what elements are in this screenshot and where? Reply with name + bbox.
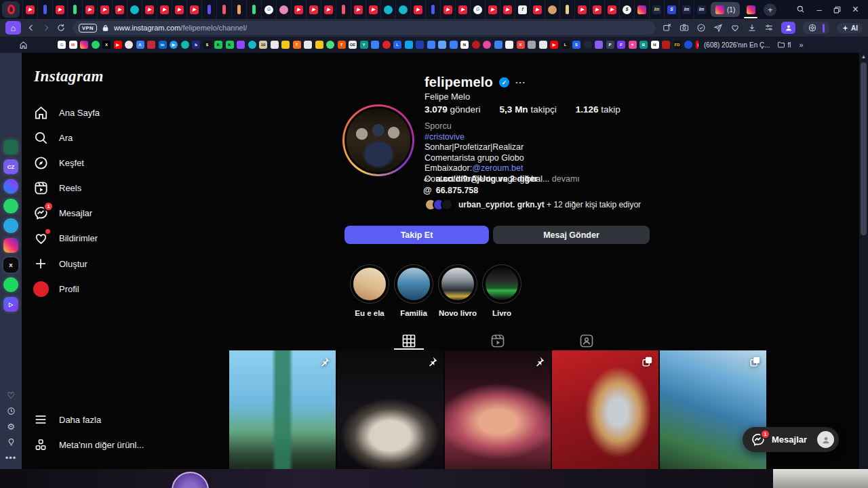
sidebar-item-create[interactable]: Oluştur [33, 256, 87, 272]
bookmark-favicon[interactable] [237, 41, 245, 49]
browser-tab[interactable]: Im [679, 0, 694, 19]
options-icon[interactable]: ··· [515, 77, 526, 87]
browser-tab[interactable] [246, 0, 261, 19]
sidebar-item-search[interactable]: Ara [33, 129, 73, 146]
sidebar-item-notifications[interactable]: Bildirimler [33, 230, 98, 246]
restore-button[interactable] [833, 5, 842, 14]
scrollbar-thumb[interactable] [861, 62, 867, 235]
home-button[interactable]: ⌂ [5, 21, 21, 35]
more-options-icon[interactable]: ••• [5, 453, 17, 462]
browser-tab[interactable]: ▶ [22, 0, 37, 19]
browser-tab[interactable] [127, 0, 142, 19]
sidebar-app-icon[interactable] [3, 238, 18, 253]
bookmark-text-item[interactable]: (608) 2026'nın En Ç... [704, 41, 770, 49]
sidebar-item-messages[interactable]: 1 Mesajlar [33, 205, 92, 221]
bookmark-favicon[interactable]: S [572, 41, 580, 49]
browser-tab[interactable]: ▶ [574, 0, 589, 19]
browser-tab[interactable] [336, 0, 351, 19]
bookmark-favicon[interactable] [483, 41, 491, 49]
bookmark-favicon[interactable]: FD [673, 41, 682, 49]
browser-tab[interactable]: ▶ [306, 0, 321, 19]
browser-tab[interactable] [216, 0, 231, 19]
browser-tab[interactable]: G [261, 0, 276, 19]
browser-tab[interactable]: ▶ [485, 0, 500, 19]
follow-button[interactable]: Takip Et [344, 226, 489, 244]
bookmark-favicon[interactable] [326, 41, 334, 49]
bookmark-favicon[interactable]: L [561, 41, 570, 49]
sidebar-app-icon[interactable] [3, 140, 18, 155]
browser-tab[interactable]: ▶ [112, 0, 127, 19]
message-button[interactable]: Mesaj Gönder [493, 226, 650, 244]
bookmark-favicon[interactable] [271, 41, 279, 49]
bookmark-favicon[interactable]: X [517, 41, 525, 49]
address-bar[interactable]: VPN www.instagram.com/felipemelo/channel… [73, 21, 656, 35]
url-text[interactable]: www.instagram.com/felipemelo/channel/ [114, 24, 247, 32]
bookmark-favicon[interactable]: 10 [259, 41, 267, 49]
bookmark-favicon[interactable]: ♥ [629, 41, 637, 49]
bookmark-favicon[interactable]: L [393, 41, 401, 49]
page-scrollbar[interactable]: ▲ [859, 53, 868, 469]
bookmark-favicon[interactable] [662, 41, 670, 49]
active-tab-instagram[interactable]: (1) [711, 2, 740, 17]
post-thumbnail[interactable] [229, 350, 336, 469]
bookmark-favicon[interactable]: A [136, 41, 144, 49]
bookmark-favicon[interactable]: ▶ [114, 41, 122, 49]
wheel-icon[interactable] [808, 23, 817, 33]
bookmark-favicon[interactable]: K [226, 41, 234, 49]
bookmark-favicon[interactable] [147, 41, 155, 49]
aria-ai-button[interactable]: AI [837, 23, 863, 33]
bookmark-favicon[interactable] [371, 41, 379, 49]
browser-tab[interactable]: Im [694, 0, 709, 19]
browser-tab[interactable] [231, 0, 246, 19]
bookmark-favicon[interactable] [382, 41, 391, 49]
camera-icon[interactable] [679, 23, 689, 33]
browser-tab[interactable]: ▶ [97, 0, 112, 19]
bookmark-favicon[interactable] [528, 41, 536, 49]
bookmark-favicon[interactable] [416, 41, 424, 49]
browser-tab[interactable]: ▶ [351, 0, 366, 19]
bookmark-favicon[interactable]: G [58, 41, 66, 49]
profile-button[interactable] [781, 22, 795, 34]
bookmark-favicon[interactable] [80, 41, 88, 49]
post-thumbnail[interactable] [552, 350, 658, 469]
bookmark-favicon[interactable]: H [651, 41, 659, 49]
bookmark-favicon[interactable]: N [460, 41, 469, 49]
stat-following[interactable]: 1.126 takip [576, 104, 620, 115]
sidebar-item-home[interactable]: Ana Sayfa [33, 104, 100, 121]
scroll-up-arrow[interactable]: ▲ [859, 54, 868, 60]
followed-by-row[interactable]: urban_cypriot. grkn.yt + 12 diğer kişi t… [425, 199, 641, 211]
bookmark-favicon[interactable]: M [69, 41, 77, 49]
browser-tab[interactable] [634, 0, 649, 19]
external-link-row[interactable]: a.co/d/9rAjUog ve 2 diğer [423, 174, 538, 184]
browser-tab[interactable]: S [664, 0, 679, 19]
sidebar-item-meta-products[interactable]: Meta'nın diğer ürünl... [33, 436, 144, 453]
bookmark-favicon[interactable]: in [159, 41, 167, 49]
sidebar-app-icon[interactable]: ▷ [3, 297, 18, 312]
browser-tab[interactable]: ▶ [157, 0, 172, 19]
bookmark-favicon[interactable]: OE [349, 41, 357, 49]
sidebar-item-more[interactable]: Daha fazla [33, 411, 101, 428]
sidebar-app-icon[interactable]: CZ [3, 159, 18, 174]
bookmark-favicon[interactable] [505, 41, 513, 49]
browser-tab[interactable]: ▶ [82, 0, 97, 19]
highlight-familia[interactable]: Familia [394, 264, 433, 317]
bookmark-favicon[interactable]: X [102, 41, 111, 49]
tab-reels-icon[interactable] [490, 333, 506, 349]
lightbulb-icon[interactable] [7, 438, 16, 447]
sidebar-app-icon[interactable] [3, 218, 18, 233]
bookmark-favicon[interactable]: $ [203, 41, 212, 49]
bookmark-favicon[interactable]: ▶ [170, 41, 178, 49]
bookmark-favicon[interactable]: ▶ [696, 41, 699, 49]
bookmark-favicon[interactable] [92, 41, 100, 49]
browser-tab[interactable]: ▶ [52, 0, 67, 19]
bookmarks-overflow-chevron[interactable]: » [800, 41, 804, 49]
bookmark-favicon[interactable]: K [214, 41, 222, 49]
tab-search-icon[interactable] [796, 5, 806, 14]
bookmark-favicon[interactable] [450, 41, 458, 49]
check-circle-icon[interactable] [696, 23, 706, 33]
bookmark-favicon[interactable] [181, 41, 189, 49]
snapshot-icon[interactable] [663, 23, 672, 33]
browser-tab[interactable]: ▶ [321, 0, 336, 19]
bookmark-favicon[interactable] [584, 41, 592, 49]
browser-tab[interactable]: ▶ [186, 0, 201, 19]
